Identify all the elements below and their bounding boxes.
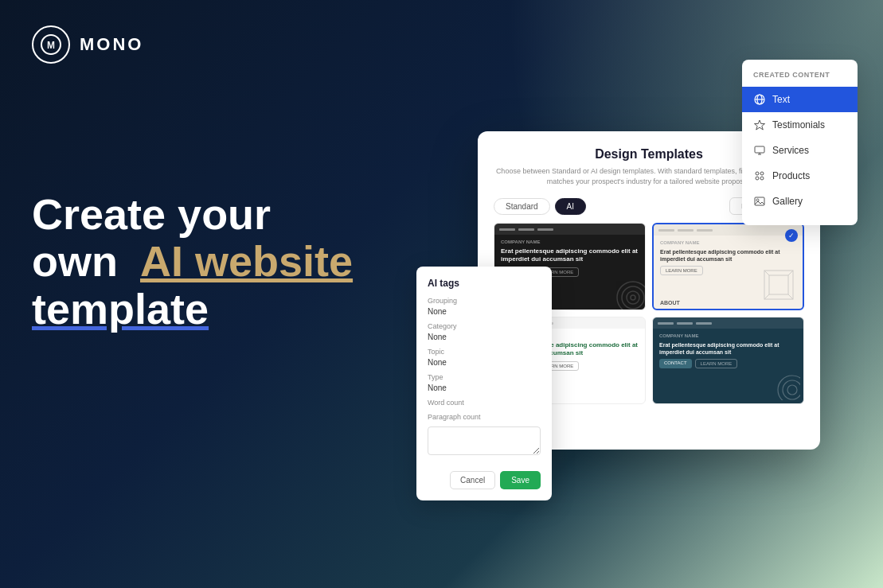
created-item-services[interactable]: Services: [742, 138, 858, 163]
hero-line2: own AI website: [32, 238, 353, 285]
svg-line-8: [764, 271, 769, 275]
card-dot-6: [697, 229, 713, 232]
created-item-text-label: Text: [772, 94, 790, 105]
tab-standard[interactable]: Standard: [494, 198, 550, 215]
hero-line3: template: [32, 286, 353, 333]
hero-section: Create your own AI website template: [32, 191, 353, 333]
paragraph-count-label: Paragraph count: [428, 413, 541, 421]
svg-point-22: [756, 172, 759, 175]
topic-value: None: [428, 358, 541, 367]
card-header-2: [654, 224, 803, 236]
logo-area: M MONO: [32, 25, 143, 64]
hero-line1-text: Create your: [32, 190, 271, 238]
card-dot-12: [696, 322, 712, 325]
card-header-4: [653, 317, 803, 329]
ai-panel-buttons: Cancel Save: [428, 471, 541, 489]
logo-icon: M: [32, 25, 70, 64]
svg-point-24: [756, 177, 759, 180]
card-content-1: Erat pellentesque adipiscing commodo eli…: [501, 247, 639, 264]
card-title-1: COMPANY NAME: [501, 239, 639, 246]
geo-decoration-2: [761, 267, 796, 302]
svg-text:M: M: [47, 40, 55, 51]
svg-line-10: [764, 294, 769, 299]
globe-icon: [753, 93, 766, 106]
cancel-button[interactable]: Cancel: [450, 471, 495, 489]
image-icon: [753, 195, 766, 208]
category-label: Category: [428, 322, 541, 330]
created-item-text[interactable]: Text: [742, 87, 858, 112]
created-item-gallery[interactable]: Gallery: [742, 189, 858, 214]
about-label: ABOUT: [660, 300, 680, 306]
hero-line1: Create your: [32, 191, 353, 238]
created-item-testimonials[interactable]: Testimonials: [742, 112, 858, 138]
hero-line2-text: own: [32, 237, 118, 285]
card-dot-4: [658, 229, 674, 232]
paragraph-count-input[interactable]: [428, 426, 541, 455]
created-panel-heading: CREATED CONTENT: [742, 71, 858, 87]
card-btn-learn-2[interactable]: LEARN MORE: [660, 266, 703, 275]
template-card-2[interactable]: COMPANY NAME Erat pellentesque adipiscin…: [652, 223, 804, 310]
template-card-4[interactable]: COMPANY NAME Erat pellentesque adipiscin…: [652, 317, 804, 404]
card-dot-11: [677, 322, 693, 325]
svg-point-23: [760, 172, 764, 175]
svg-point-14: [787, 385, 797, 395]
topic-label: Topic: [428, 348, 541, 356]
created-item-products-label: Products: [772, 170, 810, 181]
svg-point-27: [756, 199, 759, 201]
category-value: None: [428, 333, 541, 341]
save-button[interactable]: Save: [500, 471, 541, 489]
svg-rect-7: [769, 275, 788, 294]
card-company-4: COMPANY NAME: [659, 333, 797, 340]
created-content-panel: CREATED CONTENT Text Testimonials: [742, 60, 858, 225]
svg-line-11: [788, 294, 793, 299]
tabs-left: Standard AI: [494, 198, 586, 215]
card-content-4: Erat pellentesque adipiscing commodo eli…: [659, 341, 797, 356]
svg-rect-26: [755, 197, 764, 205]
card-btn-contact-4[interactable]: CONTACT: [659, 359, 692, 368]
ai-tags-title: AI tags: [428, 278, 541, 289]
svg-point-13: [783, 380, 800, 399]
grouping-label: Grouping: [428, 297, 541, 305]
card-dot-2: [518, 228, 534, 231]
spiral-decoration-4: [760, 364, 800, 400]
card-dot-10: [658, 322, 674, 325]
monitor-icon: [753, 144, 766, 157]
card-dot-3: [537, 228, 553, 231]
card-btn-learn-4[interactable]: LEARN MORE: [695, 359, 738, 368]
hero-highlight-text: AI website: [140, 237, 353, 285]
ai-tags-panel: AI tags Grouping None Category None Topi…: [416, 267, 552, 500]
created-item-gallery-label: Gallery: [772, 196, 803, 207]
grouping-value: None: [428, 307, 541, 316]
grid-icon: [753, 169, 766, 182]
word-count-label: Word count: [428, 399, 541, 407]
card-dot-1: [499, 228, 515, 231]
tab-ai[interactable]: AI: [555, 198, 586, 215]
svg-rect-19: [755, 146, 764, 153]
type-label: Type: [428, 373, 541, 381]
logo-name: MONO: [80, 34, 143, 55]
svg-point-3: [622, 286, 644, 309]
spiral-decoration-1: [597, 266, 645, 310]
star-icon: [753, 119, 766, 131]
card-header-1: [494, 224, 645, 235]
created-item-services-label: Services: [772, 145, 809, 156]
card-company-2: COMPANY NAME: [660, 240, 796, 247]
type-value: None: [428, 384, 541, 392]
svg-marker-18: [755, 120, 765, 130]
svg-line-9: [788, 271, 793, 275]
created-item-testimonials-label: Testimonials: [772, 119, 825, 130]
card-dot-5: [678, 229, 694, 232]
created-item-products[interactable]: Products: [742, 163, 858, 189]
card-content-2: Erat pellentesque adipiscing commodo eli…: [660, 248, 796, 263]
svg-point-4: [627, 291, 639, 304]
svg-point-5: [631, 295, 635, 300]
svg-point-25: [760, 177, 764, 180]
